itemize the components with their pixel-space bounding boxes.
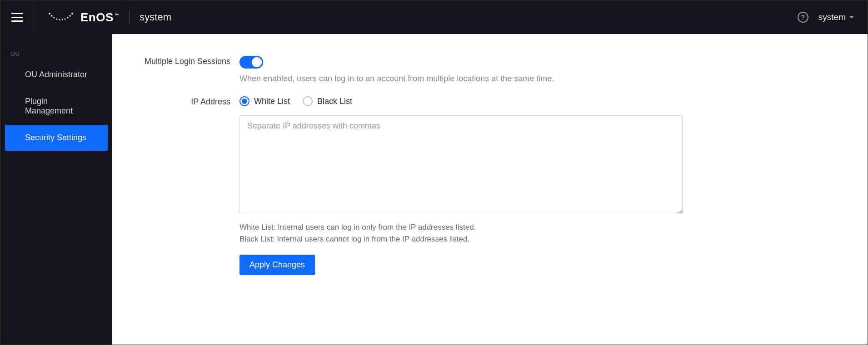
svg-point-5 — [62, 19, 63, 20]
ip-help-text: White List: Internal users can log in on… — [239, 222, 694, 245]
multiple-login-help: When enabled, users can log in to an acc… — [239, 74, 694, 84]
svg-point-4 — [59, 19, 60, 20]
sidebar-item-label: OU Administrator — [25, 70, 87, 79]
sidebar-item-label: Plugin Management — [25, 97, 73, 115]
toggle-knob — [252, 57, 262, 67]
caret-down-icon — [849, 16, 854, 19]
sidebar-item-ou-administrator[interactable]: OU Administrator — [5, 62, 108, 88]
svg-point-0 — [49, 13, 50, 15]
logo-swoosh-icon — [48, 11, 75, 24]
radio-black-list[interactable]: Black List — [303, 96, 352, 106]
header-app-name: system — [140, 11, 171, 23]
ip-address-label: IP Address — [130, 96, 239, 107]
multiple-login-row: Multiple Login Sessions When enabled, us… — [130, 56, 849, 84]
hamburger-menu-button[interactable] — [0, 0, 34, 34]
header-right: ? system — [798, 12, 868, 23]
sidebar-item-plugin-management[interactable]: Plugin Management — [5, 89, 108, 124]
brand-name: EnOS™ — [80, 10, 119, 25]
ip-help-black: Black List: Internal users cannot log in… — [239, 233, 694, 245]
hamburger-icon — [11, 13, 23, 22]
user-menu[interactable]: system — [818, 12, 854, 22]
header: EnOS™ system ? system — [0, 0, 868, 34]
radio-white-list[interactable]: White List — [239, 96, 290, 106]
main-content: Multiple Login Sessions When enabled, us… — [112, 34, 868, 345]
svg-point-6 — [65, 19, 66, 20]
ip-address-textarea[interactable] — [239, 115, 683, 214]
sidebar: OU OU Administrator Plugin Management Se… — [0, 34, 112, 345]
svg-point-1 — [51, 15, 53, 17]
apply-changes-button[interactable]: Apply Changes — [239, 255, 315, 275]
multiple-login-label: Multiple Login Sessions — [130, 56, 239, 66]
svg-point-3 — [56, 19, 58, 20]
header-divider — [129, 10, 130, 25]
ip-radio-group: White List Black List — [239, 96, 694, 106]
ip-help-white: White List: Internal users can log in on… — [239, 222, 694, 233]
ip-address-row: IP Address White List Black List — [130, 96, 849, 275]
svg-point-8 — [69, 15, 71, 17]
user-menu-label: system — [818, 12, 846, 22]
radio-white-list-label: White List — [254, 97, 290, 106]
svg-point-9 — [71, 13, 73, 15]
sidebar-item-label: Security Settings — [25, 133, 86, 142]
radio-black-list-label: Black List — [317, 97, 352, 106]
multiple-login-toggle[interactable] — [239, 56, 263, 69]
svg-point-2 — [53, 17, 55, 18]
radio-circle-icon — [303, 96, 313, 106]
logo-area: EnOS™ system — [34, 10, 171, 25]
svg-point-7 — [67, 17, 68, 18]
help-icon[interactable]: ? — [798, 12, 808, 23]
sidebar-item-security-settings[interactable]: Security Settings — [5, 125, 108, 151]
sidebar-section-label: OU — [0, 47, 112, 61]
radio-circle-icon — [239, 96, 249, 106]
